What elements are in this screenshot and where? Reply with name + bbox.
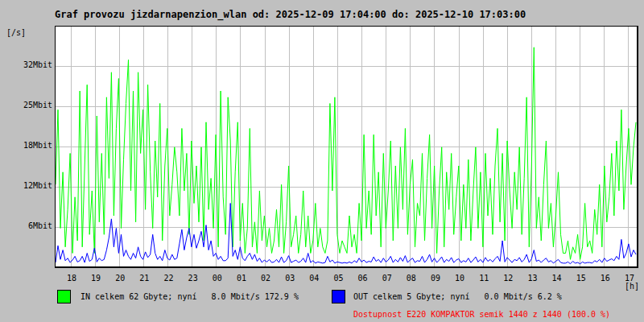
x-tick-label: 07 — [378, 274, 396, 283]
x-tick-label: 05 — [329, 274, 347, 283]
traffic-graph-plot-area — [55, 26, 638, 268]
x-tick-label: 04 — [305, 274, 323, 283]
x-tick-label: 09 — [427, 274, 444, 283]
x-tick-label: 22 — [160, 274, 178, 283]
x-tick-label: 02 — [257, 274, 275, 283]
x-tick-label: 21 — [135, 274, 153, 283]
series-out-line — [56, 204, 636, 264]
legend-out-label: OUT celkem 5 Gbyte; nyní 0.0 Mbit/s 6.2 … — [353, 292, 562, 301]
x-tick-label: 16 — [597, 274, 614, 283]
x-tick-label: 12 — [499, 274, 517, 283]
x-tick-label: 14 — [548, 274, 566, 283]
x-tick-label: 15 — [572, 274, 590, 283]
y-tick-label: 25Mbit — [0, 101, 52, 110]
y-tick-label: 32Mbit — [0, 60, 52, 70]
x-tick-label: 03 — [281, 274, 299, 283]
x-tick-label: 20 — [111, 274, 129, 283]
x-tick-label: 00 — [208, 274, 226, 283]
x-tick-label: 10 — [451, 274, 469, 283]
x-tick-label: 01 — [233, 274, 250, 283]
x-tick-label: 08 — [402, 274, 420, 283]
series-in-line — [56, 47, 636, 260]
x-tick-label: 11 — [475, 274, 493, 283]
x-tick-label: 23 — [184, 274, 202, 283]
availability-status-text: Dostupnost E220 KOMPAKTOR semik 1440 z 1… — [353, 310, 610, 319]
x-tick-label: 19 — [87, 274, 105, 283]
legend-in-label: IN celkem 62 Gbyte; nyní 8.0 Mbit/s 172.… — [80, 292, 299, 301]
x-tick-label: 13 — [523, 274, 541, 283]
legend-in-swatch — [57, 290, 71, 303]
y-axis-unit-label: [/s] — [6, 28, 26, 37]
y-tick-label: 6Mbit — [0, 221, 52, 231]
graph-title: Graf provozu jizdarnapenzion_wlan od: 20… — [55, 9, 526, 20]
y-tick-label: 18Mbit — [0, 141, 52, 151]
x-tick-label: 06 — [354, 274, 372, 283]
x-tick-label: 18 — [63, 274, 80, 283]
x-axis-unit-label: [h] — [625, 282, 639, 291]
legend-out-swatch — [332, 290, 345, 303]
y-tick-label: 12Mbit — [0, 181, 52, 191]
traffic-graph-svg — [56, 27, 637, 266]
